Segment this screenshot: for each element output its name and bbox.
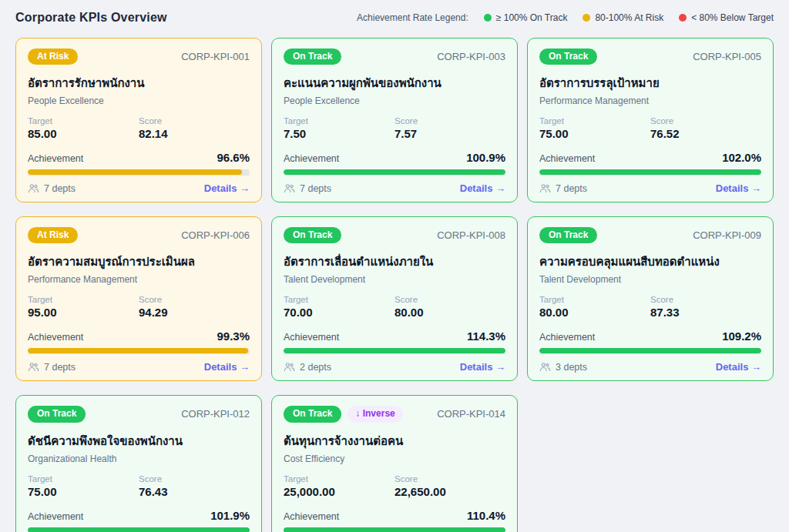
metrics-row: Target 70.00 Score 80.00 bbox=[284, 295, 505, 319]
kpi-id: CORP-KPI-001 bbox=[181, 51, 250, 62]
status-badge: On Track bbox=[284, 49, 341, 65]
card-top-row: On Track ↓ Inverse CORP-KPI-014 bbox=[284, 406, 505, 422]
kpi-title: อัตราการเลื่อนตำแหน่งภายใน bbox=[284, 253, 505, 271]
kpi-id: CORP-KPI-008 bbox=[437, 229, 505, 241]
score-metric: Score 80.00 bbox=[394, 295, 505, 319]
details-link[interactable]: Details → bbox=[460, 361, 505, 373]
score-value: 76.52 bbox=[650, 127, 761, 140]
depts-label: 2 depts bbox=[300, 362, 331, 373]
legend-item-text: 80-100% At Risk bbox=[595, 12, 663, 23]
achievement-value: 101.9% bbox=[210, 509, 250, 522]
target-value: 75.00 bbox=[28, 485, 139, 498]
score-label: Score bbox=[394, 295, 505, 304]
kpi-category: Performance Management bbox=[539, 95, 761, 106]
metrics-row: Target 95.00 Score 94.29 bbox=[28, 295, 250, 319]
score-value: 80.00 bbox=[394, 306, 505, 319]
progress-bar-fill bbox=[28, 169, 242, 175]
achievement-label: Achievement bbox=[539, 332, 595, 343]
progress-bar-track bbox=[28, 527, 250, 532]
card-footer: 3 depts Details → bbox=[539, 353, 761, 373]
users-icon bbox=[539, 361, 551, 373]
card-top-row: At Risk CORP-KPI-006 bbox=[28, 227, 250, 243]
kpi-card: On Track CORP-KPI-005 อัตราการบรรลุเป้าห… bbox=[527, 38, 774, 202]
details-link[interactable]: Details → bbox=[716, 361, 761, 373]
kpi-overview-page: Corporate KPIs Overview Achievement Rate… bbox=[0, 0, 789, 532]
target-value: 80.00 bbox=[539, 306, 650, 319]
badge-group: At Risk bbox=[28, 49, 78, 65]
achievement-label: Achievement bbox=[28, 153, 83, 164]
target-metric: Target 85.00 bbox=[28, 116, 139, 140]
achievement-legend: Achievement Rate Legend: ≥ 100% On Track… bbox=[357, 12, 774, 23]
progress-bar-fill bbox=[284, 527, 505, 532]
score-metric: Score 76.43 bbox=[139, 474, 250, 498]
metrics-row: Target 7.50 Score 7.57 bbox=[284, 116, 505, 140]
details-link[interactable]: Details → bbox=[460, 182, 505, 194]
progress-bar-track bbox=[284, 348, 505, 353]
progress-bar-fill bbox=[28, 348, 248, 353]
kpi-card: On Track CORP-KPI-012 ดัชนีความพึงพอใจขอ… bbox=[15, 395, 262, 532]
kpi-card: On Track CORP-KPI-008 อัตราการเลื่อนตำแห… bbox=[271, 216, 518, 381]
legend-item-text: < 80% Below Target bbox=[691, 12, 774, 23]
achievement-label: Achievement bbox=[28, 332, 83, 343]
red-dot-icon bbox=[679, 14, 687, 22]
badge-group: On Track bbox=[28, 406, 86, 422]
users-icon bbox=[284, 361, 295, 373]
kpi-category: Cost Efficiency bbox=[284, 453, 505, 464]
kpi-category: People Excellence bbox=[28, 95, 250, 106]
card-footer: 2 depts Details → bbox=[284, 353, 505, 373]
kpi-card: On Track ↓ Inverse CORP-KPI-014 ต้นทุนกา… bbox=[271, 395, 518, 532]
details-link[interactable]: Details → bbox=[204, 361, 250, 373]
kpi-title: อัตราการบรรลุเป้าหมาย bbox=[539, 74, 761, 92]
depts-label: 7 depts bbox=[556, 183, 587, 194]
target-value: 85.00 bbox=[28, 127, 139, 140]
badge-group: On Track bbox=[284, 49, 341, 65]
legend-item-at-risk: 80-100% At Risk bbox=[583, 12, 663, 23]
kpi-title: อัตราการรักษาพนักงาน bbox=[28, 74, 250, 92]
progress-bar-fill bbox=[539, 348, 761, 353]
achievement-row: Achievement 109.2% bbox=[539, 330, 761, 343]
score-value: 82.14 bbox=[139, 127, 250, 140]
status-badge: On Track bbox=[539, 227, 597, 243]
departments-count: 7 depts bbox=[284, 182, 331, 194]
legend-item-below-target: < 80% Below Target bbox=[679, 12, 774, 23]
progress-bar-fill bbox=[28, 527, 250, 532]
card-footer: 7 depts Details → bbox=[28, 175, 250, 194]
legend-label: Achievement Rate Legend: bbox=[357, 12, 468, 23]
kpi-title: ความครอบคลุมแผนสืบทอดตำแหน่ง bbox=[539, 253, 761, 271]
score-metric: Score 7.57 bbox=[394, 116, 505, 140]
kpi-card: On Track CORP-KPI-009 ความครอบคลุมแผนสืบ… bbox=[527, 216, 774, 381]
metrics-row: Target 75.00 Score 76.52 bbox=[539, 116, 761, 140]
badge-group: At Risk bbox=[28, 227, 78, 243]
status-badge: On Track bbox=[28, 406, 86, 422]
depts-label: 7 depts bbox=[44, 362, 76, 373]
card-top-row: On Track CORP-KPI-003 bbox=[284, 49, 505, 65]
metrics-row: Target 85.00 Score 82.14 bbox=[28, 116, 250, 140]
green-dot-icon bbox=[484, 14, 492, 22]
achievement-row: Achievement 110.4% bbox=[284, 509, 505, 522]
kpi-category: Organizational Health bbox=[28, 453, 250, 464]
score-metric: Score 94.29 bbox=[139, 295, 250, 319]
details-link[interactable]: Details → bbox=[204, 182, 250, 194]
score-label: Score bbox=[394, 116, 505, 125]
departments-count: 7 depts bbox=[539, 182, 587, 194]
achievement-row: Achievement 114.3% bbox=[284, 330, 505, 343]
status-badge: On Track bbox=[284, 406, 341, 422]
score-label: Score bbox=[139, 116, 250, 125]
target-metric: Target 75.00 bbox=[539, 116, 650, 140]
page-title: Corporate KPIs Overview bbox=[15, 11, 167, 25]
kpi-category: People Excellence bbox=[284, 95, 505, 106]
achievement-label: Achievement bbox=[28, 511, 83, 522]
progress-bar-track bbox=[539, 169, 761, 175]
metrics-row: Target 25,000.00 Score 22,650.00 bbox=[284, 474, 505, 498]
badge-group: On Track bbox=[539, 227, 597, 243]
achievement-label: Achievement bbox=[539, 153, 595, 164]
score-value: 94.29 bbox=[139, 306, 250, 319]
kpi-card-grid: At Risk CORP-KPI-001 อัตราการรักษาพนักงา… bbox=[15, 38, 774, 532]
kpi-card: On Track CORP-KPI-003 คะแนนความผูกพันของ… bbox=[271, 38, 518, 202]
kpi-title: อัตราความสมบูรณ์การประเมินผล bbox=[28, 253, 250, 271]
depts-label: 7 depts bbox=[44, 183, 76, 194]
card-top-row: At Risk CORP-KPI-001 bbox=[28, 49, 250, 65]
achievement-value: 114.3% bbox=[467, 330, 505, 343]
details-link[interactable]: Details → bbox=[716, 182, 761, 194]
kpi-id: CORP-KPI-012 bbox=[181, 408, 250, 420]
